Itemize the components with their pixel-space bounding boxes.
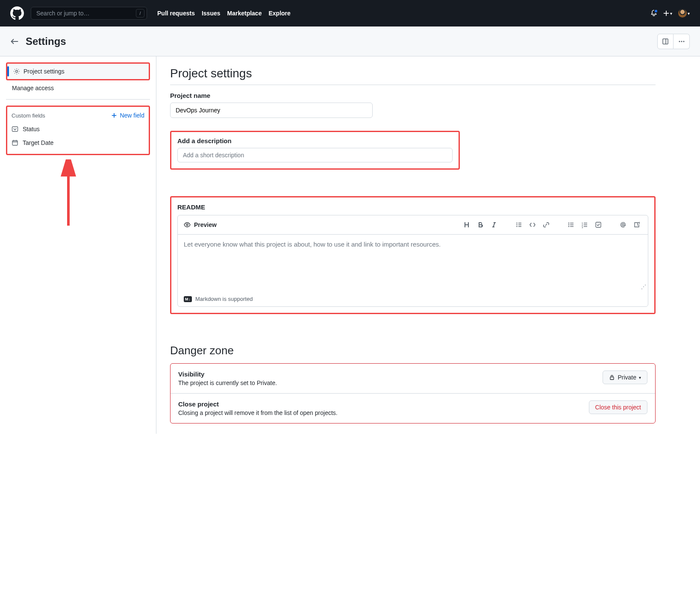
custom-fields-section: Custom fields New field Status Target Da… [6, 106, 150, 155]
svg-rect-20 [584, 224, 587, 225]
readme-section: README Preview 12 [170, 196, 656, 314]
svg-point-23 [622, 224, 624, 226]
close-project-title: Close project [178, 400, 338, 408]
mention-icon[interactable] [618, 220, 628, 230]
close-project-button[interactable]: Close this project [589, 400, 647, 414]
section-heading-project-settings: Project settings [170, 67, 656, 80]
chevron-down-icon: ▾ [639, 375, 641, 380]
svg-rect-15 [570, 226, 574, 226]
resize-handle[interactable]: ⋰ [641, 284, 646, 290]
lock-icon [609, 374, 615, 380]
svg-point-12 [568, 226, 569, 227]
quote-icon[interactable] [514, 220, 524, 230]
readme-textarea[interactable] [178, 235, 648, 290]
avatar [678, 9, 687, 18]
custom-field-status[interactable]: Status [12, 122, 144, 136]
visibility-button[interactable]: Private ▾ [603, 371, 647, 384]
markdown-icon: M↓ [184, 296, 192, 302]
sidebar-item-label: Project settings [24, 68, 65, 75]
preview-toggle[interactable]: Preview [184, 221, 217, 228]
svg-point-4 [16, 71, 18, 73]
kebab-menu-icon[interactable] [674, 34, 690, 49]
new-field-button[interactable]: New field [111, 112, 144, 119]
nav-explore[interactable]: Explore [268, 10, 290, 17]
notification-badge [654, 9, 658, 13]
close-project-desc: Closing a project will remove it from th… [178, 409, 338, 416]
ordered-list-icon[interactable]: 123 [579, 220, 590, 230]
settings-sidebar: Project settings Manage access Custom fi… [0, 56, 156, 434]
code-icon[interactable] [527, 220, 538, 230]
header-actions [657, 34, 690, 49]
section-heading-danger-zone: Danger zone [170, 344, 656, 357]
svg-rect-14 [570, 224, 574, 225]
svg-rect-5 [12, 127, 18, 132]
svg-rect-13 [570, 223, 574, 223]
svg-rect-22 [596, 222, 601, 227]
nav-links: Pull requests Issues Marketplace Explore [157, 10, 291, 17]
notifications-icon[interactable] [650, 10, 657, 17]
description-input[interactable] [177, 148, 453, 162]
panel-toggle-button[interactable] [657, 34, 674, 49]
link-icon[interactable] [541, 220, 551, 230]
single-select-icon [12, 126, 18, 132]
back-arrow-icon[interactable] [10, 37, 19, 46]
unordered-list-icon[interactable] [566, 220, 576, 230]
eye-icon [184, 221, 191, 228]
custom-field-label: Status [23, 126, 40, 132]
github-logo[interactable] [10, 6, 24, 20]
custom-field-label: Target Date [23, 139, 53, 146]
svg-rect-6 [12, 141, 18, 145]
svg-point-11 [568, 224, 569, 225]
visibility-row: Visibility The project is currently set … [171, 364, 655, 393]
page-header: Settings [0, 26, 700, 56]
search-input[interactable] [31, 7, 147, 20]
gear-icon [13, 68, 20, 75]
italic-icon[interactable] [489, 220, 499, 230]
readme-toolbar: Preview 123 [178, 215, 648, 235]
svg-point-3 [683, 41, 684, 42]
svg-point-2 [681, 41, 682, 42]
close-project-row: Close project Closing a project will rem… [171, 393, 655, 423]
svg-point-9 [186, 224, 188, 226]
danger-zone-section: Danger zone Visibility The project is cu… [170, 344, 656, 424]
sidebar-item-manage-access[interactable]: Manage access [6, 80, 150, 96]
description-section: Add a description [170, 131, 460, 170]
cross-reference-icon[interactable] [632, 220, 642, 230]
markdown-supported-text: Markdown is supported [195, 296, 253, 302]
visibility-title: Visibility [178, 371, 277, 378]
page-title: Settings [26, 35, 66, 47]
calendar-icon [12, 139, 18, 146]
svg-point-1 [679, 41, 680, 42]
nav-marketplace[interactable]: Marketplace [227, 10, 262, 17]
annotation-arrow [51, 159, 85, 232]
project-name-label: Project name [170, 92, 656, 99]
heading-icon[interactable] [462, 220, 472, 230]
plus-icon [111, 112, 117, 118]
svg-rect-19 [584, 223, 587, 223]
nav-pull-requests[interactable]: Pull requests [157, 10, 195, 17]
global-header: / Pull requests Issues Marketplace Explo… [0, 0, 700, 26]
svg-rect-24 [610, 377, 614, 379]
bold-icon[interactable] [475, 220, 485, 230]
readme-label: README [177, 203, 648, 211]
visibility-desc: The project is currently set to Private. [178, 379, 277, 386]
user-menu[interactable]: ▾ [678, 9, 690, 18]
svg-point-10 [568, 223, 569, 224]
project-name-input[interactable] [170, 103, 373, 118]
svg-rect-21 [584, 226, 587, 226]
svg-text:3: 3 [582, 226, 583, 228]
description-label: Add a description [177, 137, 453, 144]
create-new-dropdown[interactable]: ▾ [663, 10, 672, 16]
task-list-icon[interactable] [593, 220, 603, 230]
custom-field-target-date[interactable]: Target Date [12, 136, 144, 150]
global-search: / [31, 7, 147, 20]
slash-shortcut-icon: / [136, 9, 144, 18]
svg-rect-0 [663, 39, 668, 44]
main-content: Project settings Project name Add a desc… [156, 56, 669, 434]
sidebar-item-project-settings[interactable]: Project settings [7, 64, 149, 79]
nav-issues[interactable]: Issues [202, 10, 221, 17]
custom-fields-title: Custom fields [12, 112, 45, 119]
